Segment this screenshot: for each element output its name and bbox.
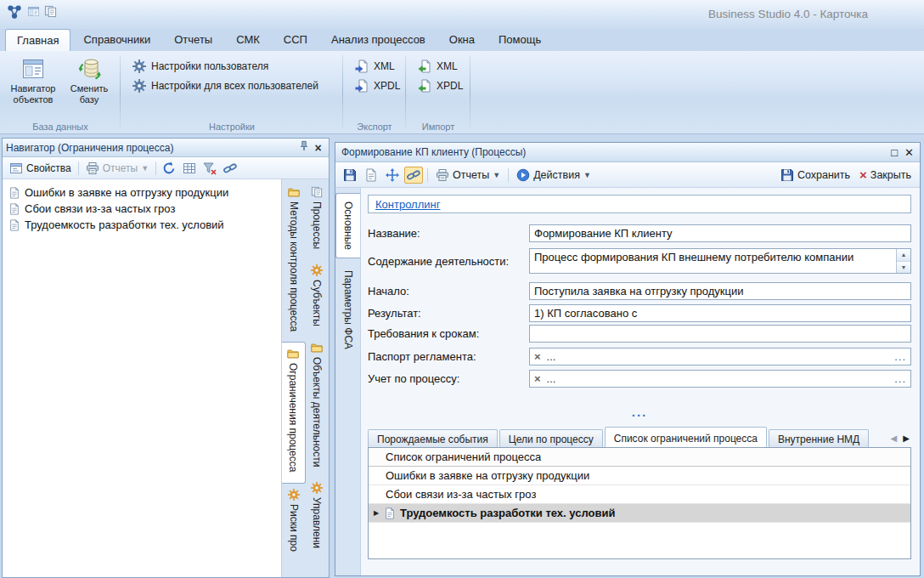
ribbon-tab-windows[interactable]: Окна [438,29,486,51]
navigator-vertical-tabs: Методы контроля процесса Ограничения про… [281,179,329,577]
tab-fsa-parameters[interactable]: Параметры ФСА [335,263,360,357]
ribbon-tab-references[interactable]: Справочники [72,29,161,51]
ribbon-tab-ssp[interactable]: ССП [273,29,318,51]
tree-item[interactable]: Ошибки в заявке на отгрузку продукции [4,184,279,201]
tab-process-goals[interactable]: Цели по процессу [499,429,603,447]
tab-generated-events[interactable]: Порождаемые события [368,429,498,447]
folder-icon [311,342,323,354]
nav-tab-management[interactable]: Управлени [306,477,330,558]
result-input[interactable] [529,304,911,322]
scroll-down-icon[interactable]: ▼ [897,262,910,274]
close-button[interactable]: × Закрыть [856,167,915,183]
navigator-close-icon[interactable]: × [311,141,325,155]
row-marker-icon: ▶ [369,509,384,517]
table-row[interactable]: Сбои связи из-за частых гроз [369,485,910,504]
ribbon-tab-help[interactable]: Помощь [487,29,552,51]
link-icon[interactable] [221,160,239,177]
navigator-reports-button[interactable]: Отчеты ▼ [82,160,152,177]
app-logo-icon[interactable] [5,3,24,22]
card-close-icon[interactable]: ✕ [904,147,914,158]
breadcrumb-link-controlling[interactable]: Контроллинг [375,198,440,211]
move-icon[interactable] [383,167,402,184]
hyperlink-icon[interactable] [404,167,423,184]
pin-icon[interactable] [296,140,311,155]
chevron-down-icon: ▼ [493,171,500,179]
nav-tab-activity-objects[interactable]: Объекты деятельности [306,337,330,477]
tabs-scroll-left-icon[interactable]: ◀ [891,434,898,443]
group-label-import: Импорт [406,122,470,132]
database-icon [76,56,102,82]
scrollbar: ▲ ▼ [896,249,910,273]
table-row[interactable]: Ошибки в заявке на отгрузку продукции [369,467,910,485]
passport-label: Паспорт регламента: [368,350,529,363]
tab-constraints-list[interactable]: Список ограничений процесса [605,427,767,447]
tabs-scroll-right-icon[interactable]: ▶ [903,434,910,443]
browse-ellipsis-icon[interactable]: ... [894,350,906,363]
scroll-up-icon[interactable]: ▲ [897,249,910,262]
refresh-icon[interactable] [160,160,178,177]
user-settings-button[interactable]: Настройки пользователя [129,58,341,75]
toolbar-separator [155,162,156,175]
card-title: Формирование КП клиенту (Процессы) [341,146,884,158]
navigator-body: Ошибки в заявке на отгрузку продукции Сб… [3,179,329,577]
table-row-selected[interactable]: ▶ Трудоемкость разработки тех. условий [369,504,910,523]
xml-import-icon [418,60,431,73]
tree-item[interactable]: Трудоемкость разработки тех. условий [4,217,279,233]
save-icon[interactable] [341,167,359,184]
deadline-label: Требования к срокам: [368,327,529,340]
object-navigator-button[interactable]: Навигатор объектов [5,53,61,105]
import-xpdl-button[interactable]: XPDL [414,77,469,94]
save-button[interactable]: Сохранить [777,167,854,184]
start-input[interactable] [529,282,911,300]
change-database-button[interactable]: Сменить базу [61,53,117,105]
nav-tab-control-methods[interactable]: Методы контроля процесса [282,181,306,342]
card-reports-button[interactable]: Отчеты ▼ [432,167,504,184]
quick-access-window-icon[interactable] [27,5,40,18]
splitter-handle[interactable]: ... [368,408,911,416]
export-xml-button[interactable]: XML [352,58,404,75]
tab-general[interactable]: Основные [335,193,360,258]
all-users-settings-button[interactable]: Настройки для всех пользователей [129,77,341,94]
actions-button[interactable]: Действия ▼ [513,167,594,184]
navigator-panel: Навигатор (Ограничения процесса) × Свойс… [2,138,330,578]
save-icon [780,168,794,182]
close-x-icon: × [859,169,867,180]
deadline-input[interactable] [529,325,911,343]
nav-tab-processes[interactable]: Процессы [306,181,330,259]
breadcrumb: Контроллинг [368,195,911,213]
quick-access-objects-icon[interactable] [44,5,57,18]
ribbon-tab-strip: Главная Справочники Отчеты СМК ССП Анали… [0,29,552,51]
export-list-icon[interactable] [180,160,199,177]
ribbon-tab-process-analysis[interactable]: Анализ процессов [320,29,437,51]
properties-button[interactable]: Свойства [6,160,75,177]
clear-icon[interactable]: × [534,351,541,362]
ribbon-tab-home[interactable]: Главная [5,29,70,51]
nav-tab-process-constraints[interactable]: Ограничения процесса [282,342,306,483]
content-label: Содержание деятельности: [368,255,529,268]
export-xpdl-button[interactable]: XPDL [352,77,404,94]
accounting-field[interactable]: × ... ... [529,370,911,388]
maximize-icon[interactable]: □ [891,147,898,158]
navigator-title: Навигатор (Ограничения процесса) [6,142,296,154]
tree-item[interactable]: Сбои связи из-за частых гроз [4,201,279,217]
tab-internal-nmd[interactable]: Внутренние НМД [769,429,869,447]
ribbon-tab-smk[interactable]: СМК [225,29,271,51]
constraints-table: Список ограничений процесса Ошибки в зая… [368,447,911,559]
content-input[interactable]: Процесс формирования КП внешнему потреби… [529,248,911,274]
clear-filter-icon[interactable] [200,160,219,177]
name-input[interactable] [529,224,911,242]
ribbon-tab-reports[interactable]: Отчеты [163,29,223,51]
nav-tab-subjects[interactable]: Субъекты [306,259,330,337]
navigator-toolbar: Свойства Отчеты ▼ [3,157,329,179]
passport-field[interactable]: × ... ... [529,348,911,366]
document-icon [8,219,20,231]
folder-icon [287,348,299,360]
import-xml-button[interactable]: XML [414,58,469,75]
clear-icon[interactable]: × [534,373,541,384]
nav-tab-process-risks[interactable]: Риски про [282,484,306,562]
card-toolbar: Отчеты ▼ Действия ▼ Сохранить × Закрыть [335,162,920,188]
browse-ellipsis-icon[interactable]: ... [894,372,906,385]
navigator-header: Навигатор (Ограничения процесса) × [3,139,329,157]
bottom-tab-strip: Порождаемые события Цели по процессу Спи… [368,427,911,447]
document-icon[interactable] [362,167,380,184]
